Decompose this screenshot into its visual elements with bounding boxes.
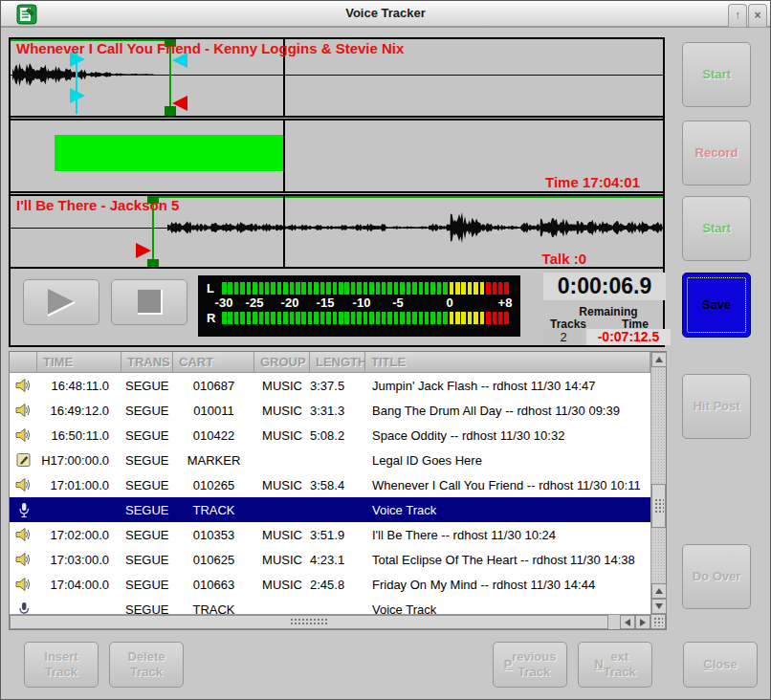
- scroll-up-button-2[interactable]: [651, 583, 667, 599]
- scroll-down-button[interactable]: [651, 599, 667, 614]
- fade-marker-handle-bottom[interactable]: [70, 88, 85, 103]
- vertical-scrollbar[interactable]: [650, 352, 666, 614]
- scroll-up-button[interactable]: [651, 352, 667, 367]
- vu-meter: L -30-25-20-15-10-50+8 R: [198, 275, 520, 337]
- vu-scale-label: -20: [281, 295, 299, 310]
- log-cell-length: 3:51.9: [310, 528, 365, 542]
- end-marker-handle[interactable]: [172, 96, 187, 111]
- insert-track-button[interactable]: InsertTrack: [24, 642, 99, 688]
- vu-segment: [363, 312, 368, 324]
- log-cell-time: 16:49:12.0: [37, 404, 121, 418]
- record-button[interactable]: Record: [682, 120, 751, 186]
- do-over-button[interactable]: Do Over: [682, 544, 751, 609]
- vu-right-meter: [222, 312, 509, 324]
- vu-segment: [455, 282, 460, 295]
- horizontal-scrollbar[interactable]: [10, 614, 650, 629]
- title-bar[interactable]: Voice Tracker ↑ ×: [1, 1, 770, 28]
- log-cell-cart: TRACK: [173, 503, 254, 517]
- delete-track-button[interactable]: DeleteTrack: [109, 642, 184, 688]
- start-marker-handle[interactable]: [136, 243, 151, 258]
- vu-segment: [363, 282, 368, 295]
- window-title: Voice Tracker: [1, 6, 770, 20]
- log-cell-title: Voice Track: [365, 503, 650, 517]
- vu-scale-label: -25: [246, 295, 264, 310]
- track-3-waveform: [156, 202, 663, 261]
- vu-segment: [277, 312, 282, 324]
- vu-segment: [308, 282, 313, 295]
- log-row[interactable]: 17:03:00.0SEGUE010625MUSIC4:23.1Total Ec…: [10, 547, 650, 572]
- start-button-middle[interactable]: Start: [682, 196, 751, 261]
- vertical-scrollbar-thumb[interactable]: [651, 484, 666, 528]
- log-row[interactable]: 16:50:11.0SEGUE010422MUSIC5:08.2Space Od…: [10, 423, 650, 448]
- vu-scale-label: -15: [317, 295, 335, 310]
- vu-segment: [468, 312, 473, 324]
- vu-segment: [400, 312, 405, 324]
- log-cell-trans: SEGUE: [121, 503, 173, 517]
- vu-segment: [387, 282, 392, 295]
- track-3-waveform-area[interactable]: I'll Be There - Jackson 5 Talk :0: [9, 194, 665, 269]
- save-button[interactable]: Save: [682, 273, 751, 338]
- vu-segment: [326, 282, 331, 295]
- tracker-panel: Whenever I Call You Friend - Kenny Loggi…: [9, 37, 665, 347]
- log-body: 16:48:11.0SEGUE010687MUSIC3:37.5Jumpin' …: [10, 373, 650, 614]
- remaining-tracks-value: 2: [543, 329, 584, 345]
- log-row[interactable]: SEGUETRACKVoice Track: [10, 597, 650, 614]
- vu-segment: [486, 282, 491, 295]
- mic-icon: [10, 602, 37, 615]
- log-row[interactable]: 17:04:00.0SEGUE010663MUSIC2:45.8Friday O…: [10, 572, 650, 597]
- next-track-button[interactable]: NextTrack: [578, 642, 652, 688]
- remaining-time-value: -0:07:12.5: [586, 329, 671, 345]
- vu-left-meter: [222, 282, 509, 295]
- log-cell-length: 3:58.4: [310, 478, 365, 492]
- close-window-button[interactable]: ×: [748, 4, 767, 27]
- vu-segment: [461, 312, 466, 324]
- track-1-waveform-area[interactable]: Whenever I Call You Friend - Kenny Loggi…: [9, 37, 665, 118]
- vu-segment: [443, 312, 448, 324]
- vu-segment: [259, 282, 264, 295]
- vu-segment: [419, 282, 424, 295]
- track-2-voice-area[interactable]: Time 17:04:01: [9, 119, 665, 193]
- segue-level-line: [152, 196, 663, 198]
- stop-icon: [132, 285, 166, 319]
- vu-segment: [437, 282, 442, 295]
- close-button[interactable]: Close: [683, 642, 758, 688]
- hit-post-button[interactable]: Hit Post: [682, 374, 751, 439]
- log-cell-cart: 010687: [173, 379, 254, 393]
- vu-segment: [290, 282, 295, 295]
- vu-segment: [247, 282, 252, 295]
- stop-button[interactable]: [111, 279, 187, 325]
- vu-segment: [314, 282, 319, 295]
- play-button[interactable]: [23, 279, 99, 325]
- vu-segment: [407, 312, 411, 324]
- vu-segment: [412, 282, 417, 295]
- log-row[interactable]: 17:02:00.0SEGUE010353MUSIC3:51.9I'll Be …: [10, 522, 650, 547]
- voice-track-block[interactable]: [55, 135, 283, 171]
- vu-segment: [283, 312, 288, 324]
- scroll-right-button[interactable]: [635, 615, 650, 629]
- log-row[interactable]: 17:01:00.0SEGUE010265MUSIC3:58.4Whenever…: [10, 472, 650, 497]
- horizontal-scrollbar-thumb[interactable]: [10, 615, 608, 629]
- track-3-title: I'll Be There - Jackson 5: [16, 197, 179, 213]
- mic-icon: [10, 502, 37, 518]
- vu-segment: [228, 312, 232, 324]
- previous-track-button[interactable]: PreviousTrack: [493, 642, 567, 688]
- vu-segment: [480, 312, 485, 324]
- log-row[interactable]: 16:48:11.0SEGUE010687MUSIC3:37.5Jumpin' …: [10, 373, 650, 398]
- vu-segment: [222, 312, 227, 324]
- start-button-top[interactable]: Start: [682, 42, 751, 107]
- log-cell-group: MUSIC: [254, 478, 310, 492]
- vu-segment: [493, 312, 497, 324]
- play-icon: [40, 285, 82, 319]
- log-row[interactable]: H17:00:00.0SEGUEMARKERLegal ID Goes Here: [10, 448, 650, 472]
- segue-marker-handle-bottom[interactable]: [147, 259, 159, 267]
- vu-segment: [369, 312, 374, 324]
- log-cell-trans: SEGUE: [121, 553, 173, 567]
- log-cell-time: H17:00:00.0: [37, 453, 121, 468]
- scroll-left-button[interactable]: [620, 615, 635, 629]
- log-row-selected[interactable]: SEGUETRACKVoice Track: [10, 497, 650, 522]
- log-cell-time: 17:04:00.0: [37, 578, 121, 592]
- shade-window-button[interactable]: ↑: [728, 4, 747, 27]
- log-cell-cart: 010011: [173, 404, 254, 418]
- log-row[interactable]: 16:49:12.0SEGUE010011MUSIC3:31.3Bang The…: [10, 398, 650, 423]
- scrollbar-corner: [650, 614, 666, 629]
